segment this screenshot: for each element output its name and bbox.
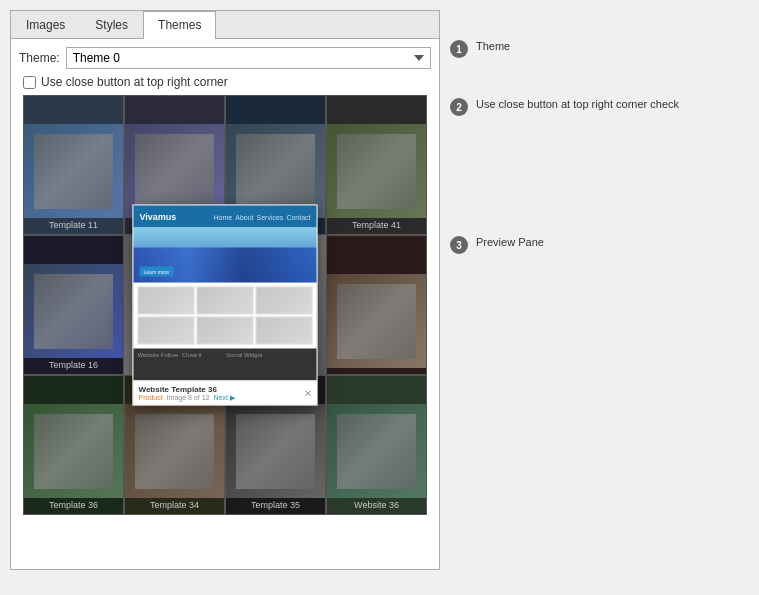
tab-themes[interactable]: Themes [143, 11, 216, 39]
thumb-img-4 [327, 124, 426, 218]
preview-pane[interactable]: Template 11 Template 12 Template 13 Temp… [23, 95, 427, 515]
thumbnail-6[interactable] [326, 235, 427, 375]
main-panel: Images Styles Themes Theme: Theme 0 Them… [10, 10, 440, 570]
content-card-6 [256, 317, 313, 345]
annotation-2: 2 Use close button at top right corner c… [450, 98, 749, 116]
preview-nav: Home About Services Contact [214, 213, 311, 220]
footer-col-1: Website Follow [138, 352, 180, 378]
footer-col-4 [270, 352, 312, 378]
close-button-label[interactable]: Use close button at top right corner [41, 75, 228, 89]
tab-bar: Images Styles Themes [11, 11, 439, 39]
preview-close-icon[interactable]: ✕ [304, 388, 312, 399]
close-button-checkbox[interactable] [23, 76, 36, 89]
ann-text-2: Use close button at top right corner che… [476, 98, 679, 110]
thumb-label-8: Template 36 [49, 498, 98, 510]
thumbnail-7[interactable]: Template 36 [23, 375, 124, 515]
preview-hero: Learn more [134, 228, 317, 283]
thumb-label-1: Template 11 [49, 218, 98, 230]
thumb-label-4: Template 41 [352, 218, 401, 230]
hero-overlay: Learn more [140, 267, 174, 277]
nav-item-home: Home [214, 213, 233, 220]
content-card-3 [256, 287, 313, 315]
annotation-1: 1 Theme [450, 40, 749, 58]
thumb-label-10: Template 35 [251, 498, 300, 510]
ann-badge-2: 2 [450, 98, 468, 116]
tab-images[interactable]: Images [11, 11, 80, 38]
preview-header: Vivamus Home About Services Contact [134, 206, 317, 228]
nav-item-services: Services [257, 213, 284, 220]
thumb-img-11 [327, 404, 426, 498]
thumb-label-5: Template 16 [49, 358, 98, 370]
checkbox-row: Use close button at top right corner [23, 75, 431, 89]
preview-footer: Website Follow Close it Social Widget [134, 349, 317, 381]
annotations-panel: 1 Theme 2 Use close button at top right … [450, 10, 749, 570]
theme-label: Theme: [19, 51, 60, 65]
preview-next: Next ▶ [213, 394, 234, 402]
thumb-img-10 [226, 404, 325, 498]
content-card-4 [138, 317, 195, 345]
footer-col-3: Social Widget [226, 352, 268, 378]
thumbnail-4[interactable]: Template 41 [326, 95, 427, 235]
preview-subtitle: Product Image 8 of 12 Next ▶ [139, 394, 235, 402]
center-preview-modal: Vivamus Home About Services Contact Le [133, 205, 318, 406]
preview-title: Website Template 36 [139, 385, 235, 394]
content-card-5 [197, 317, 254, 345]
ann-text-3: Preview Pane [476, 236, 544, 248]
thumbnail-10[interactable]: Website 36 [326, 375, 427, 515]
center-preview-container: Vivamus Home About Services Contact Le [124, 235, 326, 375]
thumb-img-1 [24, 124, 123, 218]
hero-building [134, 248, 317, 283]
panel-content: Theme: Theme 0 Theme 1 Theme 2 Theme 3 U… [11, 39, 439, 527]
preview-content [134, 283, 317, 349]
thumb-img-7 [327, 274, 426, 368]
content-card-1 [138, 287, 195, 315]
preview-bottom-bar: Website Template 36 Product Image 8 of 1… [134, 381, 317, 405]
content-card-2 [197, 287, 254, 315]
nav-item-about: About [235, 213, 253, 220]
theme-select[interactable]: Theme 0 Theme 1 Theme 2 Theme 3 [66, 47, 431, 69]
thumbnail-5[interactable]: Template 16 [23, 235, 124, 375]
tab-styles[interactable]: Styles [80, 11, 143, 38]
preview-info: Website Template 36 Product Image 8 of 1… [139, 385, 235, 402]
thumb-label-9: Template 34 [150, 498, 199, 510]
nav-item-contact: Contact [286, 213, 310, 220]
preview-image-count: Image 8 of 12 [167, 394, 210, 402]
preview-logo: Vivamus [140, 212, 177, 222]
preview-product: Product [139, 394, 163, 402]
thumb-label-11: Website 36 [354, 498, 399, 510]
thumb-img-9 [125, 404, 224, 498]
ann-badge-1: 1 [450, 40, 468, 58]
thumb-img-8 [24, 404, 123, 498]
ann-badge-3: 3 [450, 236, 468, 254]
ann-text-1: Theme [476, 40, 510, 52]
annotation-3: 3 Preview Pane [450, 236, 749, 254]
footer-col-2: Close it [182, 352, 224, 378]
thumbnail-1[interactable]: Template 11 [23, 95, 124, 235]
theme-row: Theme: Theme 0 Theme 1 Theme 2 Theme 3 [19, 47, 431, 69]
thumb-img-5 [24, 264, 123, 358]
